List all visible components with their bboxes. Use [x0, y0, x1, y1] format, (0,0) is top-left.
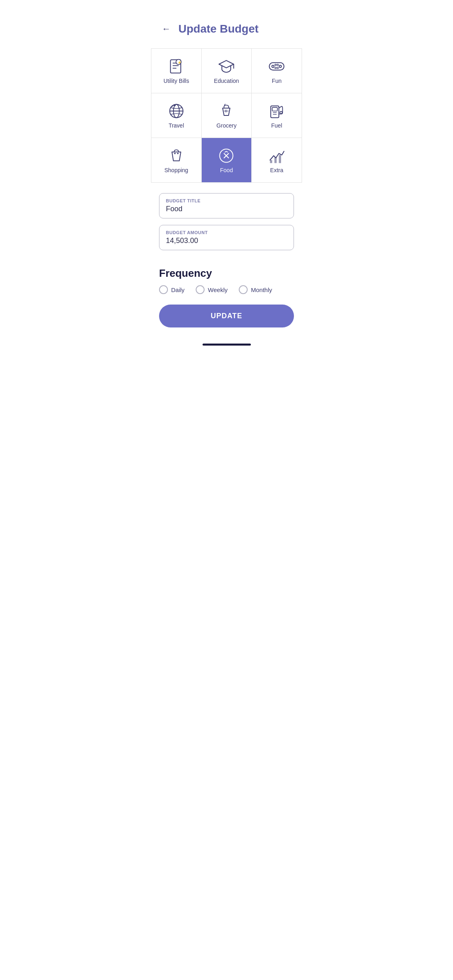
- update-button[interactable]: UPDATE: [159, 305, 294, 327]
- education-icon: [217, 58, 235, 75]
- category-travel[interactable]: Travel: [151, 93, 202, 138]
- radio-monthly-label: Monthly: [251, 286, 272, 293]
- radio-weekly-label: Weekly: [208, 286, 228, 293]
- radio-daily-circle[interactable]: [159, 285, 168, 294]
- budget-amount-label: BUDGET AMOUNT: [166, 230, 287, 235]
- form-section: BUDGET TITLE Food BUDGET AMOUNT 14,503.0…: [151, 187, 302, 263]
- category-extra[interactable]: Extra: [252, 138, 302, 183]
- utility-bills-icon: ⚡: [168, 58, 185, 75]
- budget-title-field[interactable]: BUDGET TITLE Food: [159, 193, 294, 218]
- utility-bills-label: Utility Bills: [163, 78, 189, 84]
- budget-title-value[interactable]: Food: [166, 205, 287, 213]
- food-label: Food: [220, 167, 233, 173]
- fuel-label: Fuel: [271, 122, 282, 129]
- frequency-radio-group: Daily Weekly Monthly: [159, 285, 294, 294]
- fun-label: Fun: [272, 78, 281, 84]
- svg-point-13: [275, 67, 277, 69]
- budget-amount-field[interactable]: BUDGET AMOUNT 14,503.00: [159, 225, 294, 250]
- shopping-label: Shopping: [164, 167, 188, 173]
- frequency-title: Frequency: [159, 267, 294, 280]
- svg-rect-34: [279, 155, 281, 163]
- fuel-icon: [268, 102, 285, 120]
- svg-rect-23: [272, 107, 277, 111]
- category-education[interactable]: Education: [202, 49, 252, 93]
- grocery-icon: [217, 102, 235, 120]
- home-indicator: [203, 344, 251, 346]
- back-arrow-icon: ←: [162, 24, 171, 34]
- budget-amount-value[interactable]: 14,503.00: [166, 237, 287, 245]
- frequency-section: Frequency Daily Weekly Monthly: [151, 263, 302, 301]
- svg-point-24: [280, 111, 282, 114]
- page-title: Update Budget: [178, 23, 259, 35]
- category-food[interactable]: Food: [202, 138, 252, 183]
- header: ← Update Budget: [151, 0, 302, 44]
- svg-point-14: [277, 67, 279, 69]
- svg-point-12: [277, 64, 279, 66]
- category-grid: ⚡ Utility Bills Education Fun: [151, 48, 302, 183]
- svg-rect-32: [270, 160, 273, 163]
- svg-point-28: [177, 153, 179, 154]
- travel-label: Travel: [169, 122, 184, 129]
- radio-weekly[interactable]: Weekly: [196, 285, 228, 294]
- fun-icon: [268, 58, 285, 75]
- category-shopping[interactable]: Shopping: [151, 138, 202, 183]
- svg-rect-33: [275, 157, 277, 163]
- svg-marker-6: [219, 60, 234, 68]
- extra-label: Extra: [270, 167, 283, 173]
- svg-point-9: [272, 65, 274, 68]
- category-grocery[interactable]: Grocery: [202, 93, 252, 138]
- svg-line-18: [172, 105, 174, 107]
- category-utility-bills[interactable]: ⚡ Utility Bills: [151, 49, 202, 93]
- category-fun[interactable]: Fun: [252, 49, 302, 93]
- category-fuel[interactable]: Fuel: [252, 93, 302, 138]
- radio-weekly-circle[interactable]: [196, 285, 205, 294]
- radio-monthly[interactable]: Monthly: [239, 285, 272, 294]
- extra-icon: [268, 147, 285, 165]
- radio-monthly-circle[interactable]: [239, 285, 248, 294]
- radio-daily[interactable]: Daily: [159, 285, 184, 294]
- travel-icon: [168, 102, 185, 120]
- shopping-icon: [168, 147, 185, 165]
- education-label: Education: [214, 78, 239, 84]
- back-button[interactable]: ←: [159, 22, 174, 36]
- svg-point-10: [279, 65, 282, 68]
- svg-text:⚡: ⚡: [178, 60, 182, 65]
- svg-point-11: [275, 64, 277, 66]
- food-icon: [217, 147, 235, 165]
- grocery-label: Grocery: [217, 122, 237, 129]
- svg-point-27: [174, 153, 176, 154]
- budget-title-label: BUDGET TITLE: [166, 198, 287, 203]
- radio-daily-label: Daily: [171, 286, 184, 293]
